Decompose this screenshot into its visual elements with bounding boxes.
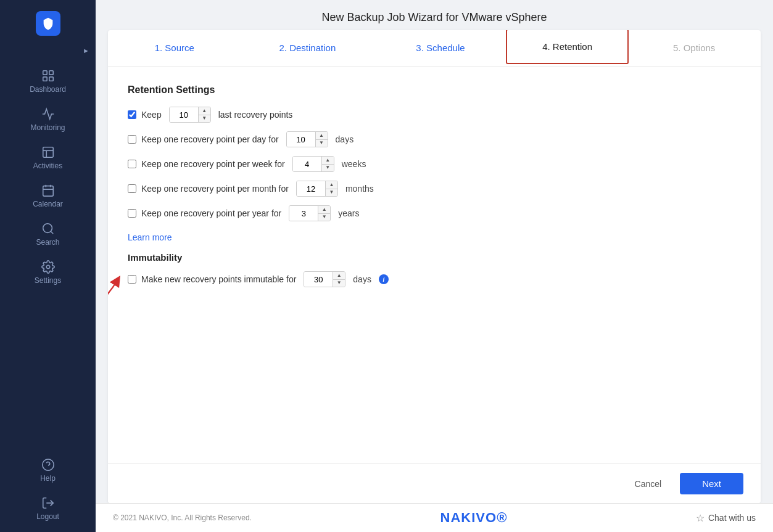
svg-rect-6 [43,147,53,158]
keep-value-field[interactable] [170,107,198,122]
per-day-unit: days [336,134,354,144]
step-retention[interactable]: 4. Retention [507,30,628,67]
wizard-body: Retention Settings Keep ▲ ▼ last recover… [108,67,761,464]
keep-spinner-buttons: ▲ ▼ [198,107,210,122]
page-footer: © 2021 NAKIVO, Inc. All Rights Reserved.… [96,503,773,532]
per-day-row: Keep one recovery point per day for ▲ ▼ … [128,131,741,147]
immutability-checkbox[interactable] [128,275,136,284]
svg-rect-8 [43,186,53,197]
sidebar-item-monitoring-label: Monitoring [30,123,65,132]
per-year-checkbox[interactable] [128,209,136,218]
per-day-field[interactable] [287,132,315,147]
chat-label: Chat with us [708,513,756,523]
immutability-inc[interactable]: ▲ [333,272,345,280]
sidebar-item-dashboard-label: Dashboard [30,85,66,94]
nakivo-logo: NAKIVO® [440,510,508,526]
step-destination[interactable]: 2. Destination [241,30,374,67]
per-month-inc[interactable]: ▲ [326,181,337,189]
sidebar-item-calendar-label: Calendar [33,200,63,208]
keep-last-row: Keep ▲ ▼ last recovery points [128,107,741,123]
keep-increment[interactable]: ▲ [199,107,210,115]
svg-rect-5 [49,77,52,81]
steps-nav: 1. Source 2. Destination 3. Schedule 4. … [108,30,761,67]
step-options: 5. Options [627,30,761,67]
sidebar-item-search-label: Search [36,238,59,247]
sidebar-bottom: Help Logout [0,451,96,532]
immutability-row: Make new recovery points immutable for ▲… [128,271,741,287]
keep-last-checkbox[interactable] [128,110,136,119]
sidebar-item-activities[interactable]: Activities [0,138,96,175]
sidebar-item-calendar[interactable]: Calendar [0,176,96,213]
per-year-input[interactable]: ▲ ▼ [289,205,331,221]
svg-rect-1 [46,23,50,25]
logo-container [0,0,96,47]
svg-rect-0 [46,21,50,22]
per-month-row: Keep one recovery point per month for ▲ … [128,181,741,197]
per-year-field[interactable] [289,206,318,221]
per-day-inc[interactable]: ▲ [316,132,328,140]
immutability-info-icon[interactable]: i [379,274,389,284]
per-year-dec[interactable]: ▼ [318,214,330,221]
step-schedule[interactable]: 3. Schedule [374,30,507,67]
per-month-input[interactable]: ▲ ▼ [296,181,338,197]
per-week-dec[interactable]: ▼ [322,165,334,172]
svg-rect-3 [49,71,52,75]
immutability-title: Immutability [128,252,741,263]
per-week-row: Keep one recovery point per week for ▲ ▼… [128,156,741,172]
sidebar-item-settings-label: Settings [35,276,61,285]
sidebar: ► Dashboard Monitoring Activities Calend… [0,0,96,532]
wizard-footer: Cancel Next [108,464,761,503]
svg-point-15 [42,459,53,470]
next-button[interactable]: Next [680,473,743,494]
cancel-button[interactable]: Cancel [625,474,672,494]
per-day-label: Keep one recovery point per day for [141,134,279,144]
per-month-dec[interactable]: ▼ [326,189,337,197]
wizard-card: 1. Source 2. Destination 3. Schedule 4. … [108,30,761,503]
per-day-spinners: ▲ ▼ [315,132,328,147]
step-source[interactable]: 1. Source [108,30,241,67]
per-year-inc[interactable]: ▲ [318,206,330,214]
immutability-input[interactable]: ▲ ▼ [304,271,345,287]
sidebar-item-search[interactable]: Search [0,215,96,252]
per-week-unit: weeks [342,159,366,169]
keep-label-post: last recovery points [218,110,293,120]
wizard-title: New Backup Job Wizard for VMware vSphere [96,0,773,30]
keep-value-input[interactable]: ▲ ▼ [169,107,211,123]
per-month-checkbox[interactable] [128,184,136,193]
sidebar-item-help[interactable]: Help [0,451,96,488]
immutability-label: Make new recovery points immutable for [141,274,296,284]
keep-label-pre: Keep [141,110,162,120]
per-year-label: Keep one recovery point per year for [141,208,281,218]
immutability-field[interactable] [304,272,333,287]
keep-decrement[interactable]: ▼ [199,115,210,123]
per-week-field[interactable] [293,157,321,171]
per-day-input[interactable]: ▲ ▼ [286,131,328,147]
per-week-label: Keep one recovery point per week for [141,159,285,169]
per-year-row: Keep one recovery point per year for ▲ ▼… [128,205,741,221]
svg-point-14 [46,265,50,269]
chat-star-icon: ☆ [696,512,705,524]
immutability-unit: days [353,274,371,284]
per-week-input[interactable]: ▲ ▼ [292,156,334,172]
sidebar-item-activities-label: Activities [33,162,62,170]
per-month-unit: months [345,184,374,194]
collapse-arrow[interactable]: ► [83,47,89,54]
per-year-spinners: ▲ ▼ [318,206,330,221]
sidebar-item-dashboard[interactable]: Dashboard [0,62,96,99]
per-month-field[interactable] [297,181,325,196]
per-week-spinners: ▲ ▼ [321,157,334,171]
sidebar-item-monitoring[interactable]: Monitoring [0,100,96,137]
sidebar-item-logout[interactable]: Logout [0,489,96,526]
chat-with-us-link[interactable]: ☆ Chat with us [696,512,756,524]
per-day-dec[interactable]: ▼ [316,140,328,147]
per-week-checkbox[interactable] [128,160,136,168]
retention-section-title: Retention Settings [128,84,741,96]
svg-rect-2 [43,71,46,75]
app-logo [36,11,60,36]
learn-more-link[interactable]: Learn more [128,232,172,242]
svg-point-12 [43,224,52,233]
sidebar-item-settings[interactable]: Settings [0,253,96,290]
per-day-checkbox[interactable] [128,135,136,144]
per-week-inc[interactable]: ▲ [322,157,334,165]
immutability-dec[interactable]: ▼ [333,280,345,287]
